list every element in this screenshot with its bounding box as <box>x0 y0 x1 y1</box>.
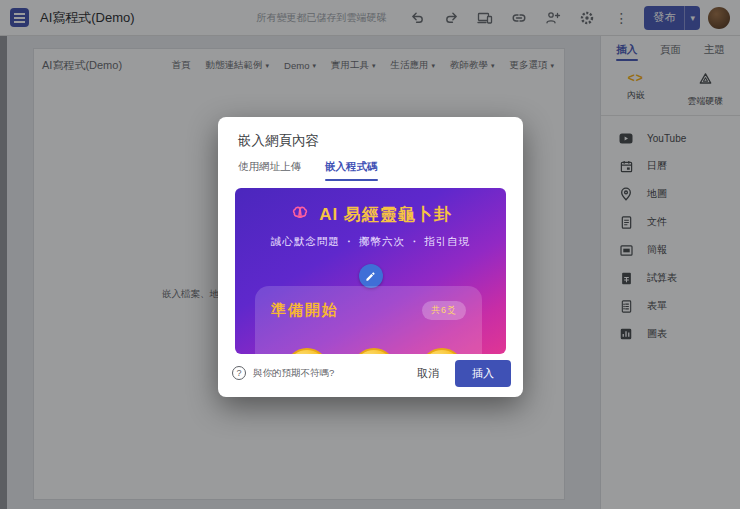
embed-preview: AI 易經靈龜卜卦 誠心默念問題 ・ 擲幣六次 ・ 指引自現 準備開始 共6爻 <box>235 188 506 354</box>
preview-subtitle: 誠心默念問題 ・ 擲幣六次 ・ 指引自現 <box>235 235 506 249</box>
tab-embed-code[interactable]: 嵌入程式碼 <box>325 160 378 181</box>
footer-hint-text: 與你的預期不符嗎? <box>253 367 334 380</box>
preview-title-row: AI 易經靈龜卜卦 <box>235 203 506 226</box>
preview-card-title: 準備開始 <box>271 301 339 320</box>
insert-button[interactable]: 插入 <box>455 360 511 387</box>
dialog-tabs: 使用網址上傳 嵌入程式碼 <box>218 160 523 182</box>
embed-dialog: 嵌入網頁內容 使用網址上傳 嵌入程式碼 AI 易經靈龜卜卦 誠心默念問題 ・ 擲… <box>218 117 523 397</box>
edit-pencil-button[interactable] <box>359 264 383 288</box>
tab-by-url[interactable]: 使用網址上傳 <box>238 160 301 181</box>
dialog-footer: ? 與你的預期不符嗎? 取消 插入 <box>218 353 523 397</box>
preview-start-card: 準備開始 共6爻 <box>255 286 482 354</box>
dialog-title: 嵌入網頁內容 <box>218 117 523 160</box>
preview-badge: 共6爻 <box>422 301 466 320</box>
help-icon[interactable]: ? <box>232 366 246 380</box>
cancel-button[interactable]: 取消 <box>405 360 451 387</box>
preview-title: AI 易經靈龜卜卦 <box>319 203 452 226</box>
google-sites-editor: AI寫程式(Demo) 所有變更都已儲存到雲端硬碟 ⋮ 發布 ▾ AI寫 <box>0 0 740 509</box>
brain-icon <box>289 205 311 225</box>
